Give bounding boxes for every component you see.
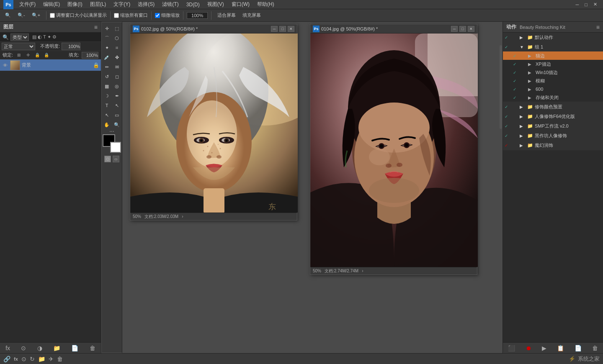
menu-text[interactable]: 文字(Y): [110, 0, 134, 9]
menu-image[interactable]: 图像(I): [64, 0, 85, 9]
menu-view[interactable]: 视图(V): [204, 0, 227, 9]
scrubby-zoom-checkbox[interactable]: 细微缩放: [155, 12, 180, 18]
menu-filter[interactable]: 滤镜(T): [159, 0, 182, 9]
history-brush-tool[interactable]: ↺: [102, 72, 111, 81]
doc-2-restore-button[interactable]: □: [459, 26, 466, 32]
add-action-icon[interactable]: 📋: [557, 345, 564, 351]
opacity-input[interactable]: [62, 43, 80, 50]
doc-1-more-icon[interactable]: ›: [182, 214, 183, 219]
status-frame-icon[interactable]: ✈: [49, 356, 54, 362]
doc-1-minimize-button[interactable]: ─: [271, 26, 278, 32]
action-group-smp-header[interactable]: ✓ ▶ 📁 SMP工作流 v2.0: [503, 121, 603, 131]
actions-scrollbar[interactable]: [500, 45, 502, 129]
status-mask-icon[interactable]: ⊙: [21, 356, 26, 362]
path-select-tool[interactable]: ↖: [112, 101, 121, 110]
record-action-icon[interactable]: ⏺: [526, 345, 531, 351]
lasso-tool[interactable]: ⌒: [102, 33, 111, 43]
blur-tool[interactable]: ◎: [112, 82, 121, 91]
add-style-icon[interactable]: fx: [5, 345, 10, 351]
doc-1-titlebar[interactable]: Ps 0102.jpg @ 50%(RGB/8#) * ─ □ ✕: [130, 24, 297, 33]
layer-filter-pixel-icon[interactable]: ▤: [32, 34, 36, 40]
brush-tool[interactable]: ✏: [102, 62, 111, 72]
layer-filter-shape-icon[interactable]: ✦: [47, 34, 51, 40]
menu-window[interactable]: 窗口(W): [228, 0, 253, 9]
action-group-default-expand-icon[interactable]: ▶: [520, 35, 526, 40]
action-win10-expand-icon[interactable]: ▶: [528, 70, 534, 75]
menu-file[interactable]: 文件(F): [16, 0, 39, 9]
move-tool[interactable]: ✛: [102, 24, 111, 33]
action-item-save-close[interactable]: ✓ ▶ 存储和关闭: [503, 93, 603, 102]
doc-2-more-icon[interactable]: ›: [362, 269, 363, 273]
action-xiuse-expand-icon[interactable]: ▶: [520, 105, 526, 109]
status-fx-icon[interactable]: fx: [14, 356, 18, 361]
add-mask-icon[interactable]: ⊙: [21, 345, 26, 351]
doc-2-minimize-button[interactable]: ─: [451, 26, 458, 32]
close-app-button[interactable]: ✕: [591, 1, 600, 8]
zoom-all-checkbox[interactable]: 缩放所有窗口: [114, 12, 148, 18]
fill-screen-button[interactable]: 填充屏幕: [240, 11, 263, 19]
eyedropper-tool[interactable]: 💉: [102, 53, 111, 62]
doc-2-titlebar[interactable]: Ps 0104.jpg @ 50%(RGB/8#) * ─ □ ✕: [310, 24, 477, 33]
action-item-miabian[interactable]: ✓ ▶ 猫边: [503, 51, 603, 60]
layer-item-background[interactable]: 👁 背景 🔒: [0, 59, 101, 71]
action-xpmiabian-expand-icon[interactable]: ▶: [528, 62, 534, 67]
more-tools-icon[interactable]: ···: [109, 128, 114, 134]
action-miabian-expand-icon[interactable]: ▶: [528, 54, 534, 58]
polygon-lasso-tool[interactable]: ⬡: [112, 33, 121, 43]
type-tool[interactable]: T: [102, 101, 111, 110]
status-link-icon[interactable]: 🔗: [3, 356, 10, 362]
layer-filter-smart-icon[interactable]: ⚙: [52, 34, 57, 40]
layer-filter-text-icon[interactable]: T: [43, 34, 46, 40]
action-group-1-header[interactable]: ✓ ▼ 📁 组 1: [503, 42, 603, 51]
menu-layers[interactable]: 图层(L): [87, 0, 110, 9]
zoom-in-button[interactable]: 🔍+: [29, 12, 43, 19]
action-item-mohu[interactable]: ✓ ▶ 模糊: [503, 77, 603, 85]
lock-pixels-icon[interactable]: ⊞: [15, 52, 22, 59]
crop-tool[interactable]: ⌗: [112, 43, 121, 52]
lock-transparency-icon[interactable]: 🔒: [34, 52, 41, 59]
layer-type-select[interactable]: 类型: [10, 33, 29, 41]
menu-3d[interactable]: 3D(D): [183, 1, 203, 8]
layer-filter-adjustment-icon[interactable]: ◐: [38, 34, 42, 40]
clone-stamp-tool[interactable]: ✉: [112, 62, 121, 72]
action-mohuan-expand-icon[interactable]: ▶: [520, 143, 526, 148]
zoom-value-input[interactable]: [187, 12, 208, 19]
action-group-1-expand-icon[interactable]: ▼: [520, 45, 526, 49]
action-item-xpmiabian[interactable]: ✓ ▶ XP描边: [503, 60, 603, 68]
direct-select-tool[interactable]: ↖: [102, 110, 111, 120]
menu-select[interactable]: 选择(S): [134, 0, 158, 9]
zoom-out-button[interactable]: 🔍-: [15, 12, 28, 19]
background-color-swatch[interactable]: [110, 142, 121, 153]
lock-all-icon[interactable]: 🔒: [43, 52, 50, 59]
status-trash-icon[interactable]: 🗑: [57, 356, 63, 362]
blend-mode-select[interactable]: 正常: [2, 43, 35, 50]
eraser-tool[interactable]: ◻: [112, 72, 121, 81]
fill-input[interactable]: [82, 52, 98, 59]
new-action-icon[interactable]: 📄: [575, 345, 582, 351]
gradient-tool[interactable]: ▦: [102, 82, 111, 91]
action-renxiang-expand-icon[interactable]: ▶: [520, 114, 526, 119]
menu-edit[interactable]: 编辑(E): [40, 0, 63, 9]
screen-mode-icon[interactable]: ▭: [113, 156, 119, 162]
action-item-600[interactable]: ✓ ▶ 600: [503, 85, 603, 93]
action-group-xiuse-header[interactable]: ✓ ▶ 📁 修饰颜色预置: [503, 102, 603, 111]
play-action-icon[interactable]: ▶: [542, 345, 546, 351]
healing-brush-tool[interactable]: ✤: [112, 53, 121, 62]
menu-help[interactable]: 帮助(H): [254, 0, 278, 9]
zoom-tool-button[interactable]: 🔍: [3, 12, 13, 19]
action-smp-expand-icon[interactable]: ▶: [520, 124, 526, 128]
action-saveclose-expand-icon[interactable]: ▶: [528, 95, 534, 100]
delete-layer-icon[interactable]: 🗑: [90, 345, 95, 351]
action-heizuofang-expand-icon[interactable]: ▶: [520, 133, 526, 138]
magic-wand-tool[interactable]: ✦: [102, 43, 111, 52]
delete-action-icon[interactable]: 🗑: [592, 345, 598, 351]
status-adjustment-icon[interactable]: ↻: [30, 356, 35, 362]
layers-panel-menu-icon[interactable]: ≡: [94, 24, 98, 31]
marquee-tool[interactable]: ⬚: [112, 24, 121, 33]
layer-visibility-icon[interactable]: 👁: [2, 62, 8, 69]
status-folder-icon[interactable]: 📁: [38, 356, 45, 362]
lock-position-icon[interactable]: ✛: [25, 52, 31, 59]
shape-tool[interactable]: ▭: [112, 110, 121, 120]
stop-action-icon[interactable]: ⬛: [508, 345, 515, 351]
action-group-heizuofang-header[interactable]: ✓ ▶ 📁 黑作坊人像修饰: [503, 131, 603, 140]
